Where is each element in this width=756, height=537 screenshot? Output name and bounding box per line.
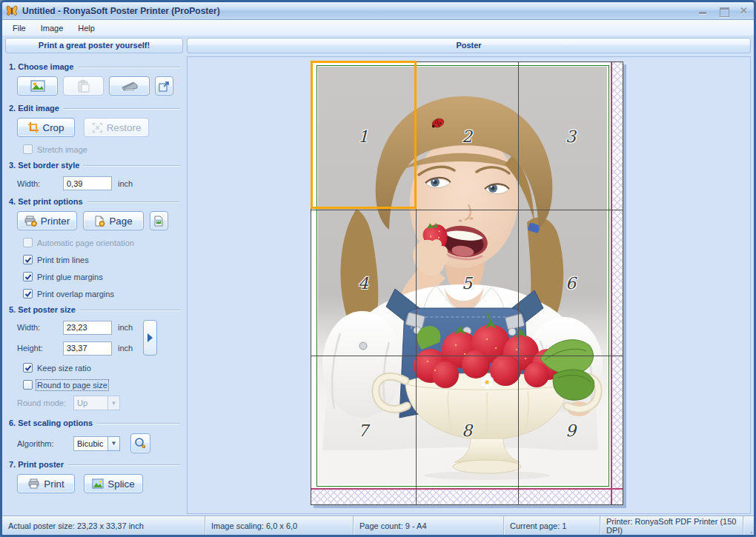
sidebar-header: Print a great poster yourself! bbox=[5, 38, 183, 53]
sidebar: Print a great poster yourself! 1. Choose… bbox=[5, 38, 183, 514]
maximize-button[interactable] bbox=[719, 7, 729, 16]
glue-margin-right bbox=[612, 62, 623, 504]
algorithm-select[interactable]: Bicubic ▼ bbox=[73, 436, 120, 451]
dropdown-arrow-icon: ▼ bbox=[107, 396, 120, 410]
border-width-input[interactable] bbox=[63, 176, 112, 190]
section-border-style: 3. Set border style bbox=[9, 161, 180, 170]
page-grid-line-horizontal bbox=[311, 356, 623, 356]
minimize-button[interactable] bbox=[698, 7, 709, 16]
section-print-options: 4. Set print options bbox=[9, 197, 180, 206]
poster-width-unit: inch bbox=[118, 323, 137, 332]
page-grid-line-vertical bbox=[518, 62, 519, 504]
app-butterfly-icon bbox=[6, 5, 18, 17]
splice-button[interactable]: Splice bbox=[84, 474, 143, 493]
open-image-button[interactable] bbox=[17, 76, 58, 96]
glue-margin-bottom bbox=[311, 490, 623, 504]
preview-pages-button[interactable] bbox=[150, 211, 168, 230]
crop-icon bbox=[28, 122, 39, 133]
section-edit-image: 2. Edit image bbox=[9, 104, 180, 113]
checkbox-box bbox=[23, 144, 33, 154]
preview-scaling-button[interactable] bbox=[130, 433, 150, 453]
round-mode-label: Round mode: bbox=[17, 398, 73, 407]
print-button[interactable]: Print bbox=[17, 474, 75, 493]
paste-image-button[interactable] bbox=[63, 76, 104, 96]
tile-number: 8 bbox=[462, 421, 472, 440]
border-width-label: Width: bbox=[17, 179, 63, 188]
crop-button[interactable]: Crop bbox=[17, 118, 75, 137]
status-printer: Printer: RonyaSoft PDF Printer (150 DPI) bbox=[600, 516, 743, 535]
printer-gear-icon bbox=[24, 216, 37, 227]
poster-panel-header: Poster bbox=[187, 38, 751, 53]
checkbox-keep-size-ratio[interactable]: Keep size ratio bbox=[23, 363, 183, 373]
checkbox-round-to-page-size[interactable]: Round to page size bbox=[23, 380, 183, 390]
checkbox-label: Stretch image bbox=[37, 145, 87, 154]
tile-number: 5 bbox=[462, 274, 472, 293]
section-poster-size: 5. Set poster size bbox=[9, 305, 180, 314]
resize-grip[interactable] bbox=[743, 524, 754, 535]
current-page-selection[interactable] bbox=[311, 61, 417, 209]
checkbox-box bbox=[23, 289, 33, 298]
menu-help[interactable]: Help bbox=[70, 21, 102, 35]
status-actual-poster-size: Actual poster size: 23,23 x 33,37 inch bbox=[2, 516, 205, 535]
status-current-page: Current page: 1 bbox=[504, 516, 600, 535]
printer-setup-button[interactable]: Printer bbox=[17, 211, 77, 230]
menu-file[interactable]: File bbox=[5, 21, 33, 35]
checkbox-print-glue-margins[interactable]: Print glue margins bbox=[23, 272, 183, 281]
poster-width-input[interactable] bbox=[63, 321, 112, 335]
tile-number: 7 bbox=[358, 421, 368, 440]
checkbox-label: Keep size ratio bbox=[37, 364, 91, 373]
right-arrow-icon bbox=[147, 333, 153, 342]
poster-page[interactable]: 1 2 3 4 5 6 7 8 9 bbox=[311, 61, 623, 505]
scan-image-button[interactable] bbox=[109, 76, 150, 96]
round-mode-select[interactable]: Up ▼ bbox=[73, 396, 120, 410]
checkbox-label: Round to page size bbox=[37, 381, 107, 390]
checkbox-box bbox=[23, 255, 33, 264]
border-width-unit: inch bbox=[118, 179, 133, 188]
checkbox-print-overlap-margins[interactable]: Print overlap margins bbox=[23, 289, 183, 298]
menu-image[interactable]: Image bbox=[33, 21, 71, 35]
checkbox-label: Print trim lines bbox=[37, 256, 89, 264]
scanner-icon bbox=[122, 81, 138, 92]
statusbar: Actual poster size: 23,23 x 33,37 inch I… bbox=[2, 516, 754, 535]
checkbox-box bbox=[23, 272, 33, 281]
splice-image-icon bbox=[92, 478, 104, 489]
section-choose-image: 1. Choose image bbox=[9, 62, 180, 71]
page-grid-line-horizontal bbox=[311, 210, 623, 210]
poster-height-label: Height: bbox=[17, 344, 63, 353]
algorithm-value: Bicubic bbox=[73, 436, 107, 451]
section-scaling-options: 6. Set scaling options bbox=[9, 418, 180, 427]
algorithm-label: Algorithm: bbox=[17, 439, 73, 448]
checkbox-box bbox=[23, 363, 33, 373]
poster-panel: Poster bbox=[187, 38, 751, 514]
picture-icon bbox=[30, 80, 45, 92]
paste-icon bbox=[78, 80, 90, 93]
dropdown-arrow-icon: ▼ bbox=[107, 436, 120, 451]
checkbox-box bbox=[23, 380, 33, 390]
checkbox-label: Automatic page orientation bbox=[37, 239, 134, 247]
tile-number: 6 bbox=[566, 274, 576, 293]
status-page-count: Page count: 9 - A4 bbox=[354, 516, 504, 535]
poster-height-input[interactable] bbox=[63, 341, 112, 356]
restore-button[interactable]: Restore bbox=[84, 118, 149, 137]
checkbox-print-trim-lines[interactable]: Print trim lines bbox=[23, 255, 183, 264]
page-setup-button[interactable]: Page bbox=[83, 211, 144, 230]
titlebar: Untitled - RonyaSoft Poster Printer (Pro… bbox=[2, 2, 754, 20]
checkbox-stretch-image[interactable]: Stretch image bbox=[23, 144, 183, 154]
tile-number: 9 bbox=[566, 421, 576, 440]
close-button[interactable]: ✕ bbox=[740, 7, 748, 16]
glue-line-right bbox=[611, 62, 612, 504]
tile-number: 4 bbox=[358, 274, 368, 293]
tile-number: 2 bbox=[462, 127, 472, 146]
menubar: File Image Help bbox=[2, 20, 754, 36]
checkbox-box bbox=[23, 238, 33, 247]
round-mode-value: Up bbox=[73, 396, 107, 410]
export-arrow-icon bbox=[159, 81, 170, 92]
checkbox-label: Print glue margins bbox=[37, 273, 103, 281]
poster-preview-area[interactable]: 1 2 3 4 5 6 7 8 9 bbox=[187, 56, 751, 514]
section-print-poster: 7. Print poster bbox=[9, 460, 180, 469]
tile-number: 3 bbox=[566, 127, 576, 146]
size-presets-expander-button[interactable] bbox=[143, 320, 157, 356]
acquire-external-button[interactable] bbox=[155, 76, 173, 96]
window-title: Untitled - RonyaSoft Poster Printer (Pro… bbox=[22, 6, 220, 16]
checkbox-auto-orientation[interactable]: Automatic page orientation bbox=[23, 238, 183, 247]
